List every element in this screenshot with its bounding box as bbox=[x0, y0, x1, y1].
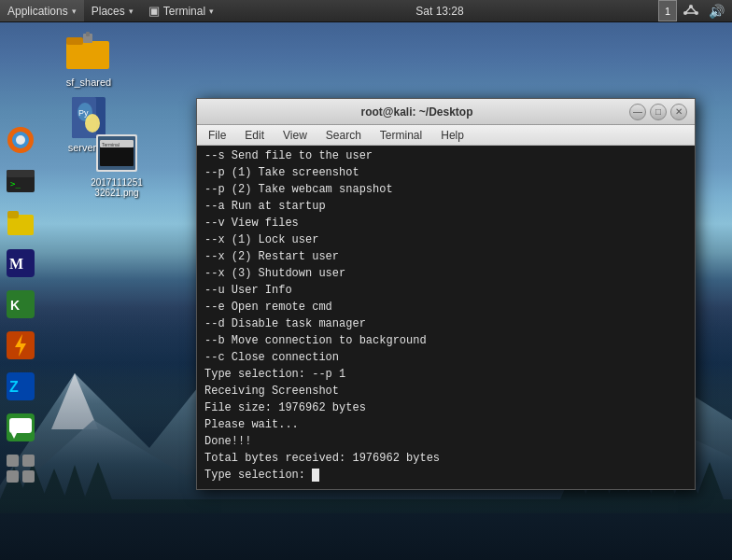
sidebar-icon-burpsuite[interactable] bbox=[2, 327, 39, 364]
sidebar-icon-firefox[interactable] bbox=[2, 121, 39, 159]
places-menu[interactable]: Places ▾ bbox=[84, 0, 141, 21]
svg-marker-10 bbox=[42, 469, 66, 499]
terminal-cursor bbox=[312, 469, 319, 482]
terminal-menubar: File Edit View Search Terminal Help bbox=[197, 125, 695, 146]
svg-rect-62 bbox=[22, 455, 35, 467]
sidebar-icon-zaproxy[interactable]: Z bbox=[2, 368, 39, 405]
volume-icon[interactable]: 🔊 bbox=[705, 0, 728, 21]
terminal-line: --x (2) Restart user bbox=[204, 248, 687, 265]
svg-rect-49 bbox=[7, 211, 19, 218]
svg-rect-63 bbox=[7, 470, 19, 483]
terminal-line: --p (2) Take webcam snapshot bbox=[204, 181, 687, 198]
screenshot-file-icon[interactable]: Terminal 201711125132621.png bbox=[84, 131, 149, 198]
menu-help[interactable]: Help bbox=[433, 128, 472, 143]
terminal-line: --x (3) Shutdown user bbox=[204, 265, 687, 282]
terminal-content[interactable]: --o Open a website--r Receive file from … bbox=[197, 146, 695, 489]
menu-file[interactable]: File bbox=[201, 128, 233, 143]
close-button[interactable]: ✕ bbox=[670, 104, 687, 120]
terminal-line: --c Close connection bbox=[204, 349, 687, 366]
applications-label: Applications bbox=[7, 5, 68, 18]
maximize-button[interactable]: □ bbox=[650, 104, 667, 120]
svg-rect-7 bbox=[0, 499, 732, 560]
svg-rect-28 bbox=[66, 41, 109, 69]
terminal-controls: — □ ✕ bbox=[629, 104, 687, 120]
menu-terminal[interactable]: Terminal bbox=[373, 128, 429, 143]
svg-text:K: K bbox=[10, 298, 20, 313]
terminal-prompt: Type selection: bbox=[204, 469, 312, 482]
screenshot-file-img: Terminal bbox=[94, 131, 139, 175]
terminal-line: Total bytes received: 1976962 bytes bbox=[204, 450, 687, 467]
svg-rect-46 bbox=[7, 170, 35, 177]
svg-text:Py: Py bbox=[78, 108, 89, 118]
sidebar: >_ M K bbox=[2, 121, 39, 487]
terminal-line: Type selection: --p 1 bbox=[204, 366, 687, 383]
terminal-line: --s Send file to the user bbox=[204, 147, 687, 164]
terminal-window: root@kali: ~/Desktop — □ ✕ File Edit Vie… bbox=[196, 98, 696, 490]
terminal-title: root@kali: ~/Desktop bbox=[204, 105, 629, 119]
terminal-prompt-line: Type selection: bbox=[204, 467, 687, 483]
sidebar-icon-files[interactable] bbox=[2, 203, 39, 241]
terminal-titlebar: root@kali: ~/Desktop — □ ✕ bbox=[197, 99, 695, 125]
terminal-line: --v View files bbox=[204, 215, 687, 231]
taskbar-right: 1 🔊 bbox=[658, 0, 732, 21]
terminal-line: --p (1) Take screenshot bbox=[204, 164, 687, 181]
terminal-line: --u User Info bbox=[204, 282, 687, 299]
applications-arrow: ▾ bbox=[72, 7, 77, 16]
network-svg bbox=[683, 4, 699, 19]
svg-rect-61 bbox=[7, 455, 19, 467]
sf-shared-label: sf_shared bbox=[66, 77, 111, 88]
svg-line-25 bbox=[685, 7, 691, 13]
menu-view[interactable]: View bbox=[275, 128, 315, 143]
menu-edit[interactable]: Edit bbox=[237, 128, 272, 143]
places-label: Places bbox=[92, 5, 125, 18]
workspace-indicator[interactable]: 1 bbox=[658, 0, 677, 21]
taskbar-left: Applications ▾ Places ▾ ▣ Terminal ▾ bbox=[0, 0, 221, 21]
terminal-icon: ▣ bbox=[148, 4, 160, 18]
minimize-button[interactable]: — bbox=[629, 104, 646, 120]
desktop: Applications ▾ Places ▾ ▣ Terminal ▾ Sat… bbox=[0, 0, 732, 560]
svg-text:Terminal: Terminal bbox=[102, 142, 120, 147]
svg-text:>_: >_ bbox=[10, 179, 21, 189]
sf-shared-folder-img bbox=[66, 30, 111, 75]
terminal-line: --a Run at startup bbox=[204, 198, 687, 215]
terminal-line: --b Move connection to background bbox=[204, 332, 687, 349]
screenshot-file-label: 201711125132621.png bbox=[91, 177, 143, 198]
taskbar: Applications ▾ Places ▾ ▣ Terminal ▾ Sat… bbox=[0, 0, 732, 22]
terminal-line: --d Disable task manager bbox=[204, 315, 687, 332]
terminal-line: --x (1) Lock user bbox=[204, 231, 687, 248]
svg-marker-12 bbox=[84, 462, 112, 499]
terminal-menu[interactable]: ▣ Terminal ▾ bbox=[141, 0, 221, 21]
svg-text:M: M bbox=[9, 256, 23, 272]
menu-search[interactable]: Search bbox=[318, 128, 369, 143]
svg-rect-59 bbox=[9, 418, 32, 433]
terminal-line: Receiving Screenshot bbox=[204, 383, 687, 399]
terminal-arrow: ▾ bbox=[209, 7, 214, 16]
terminal-line: File size: 1976962 bytes bbox=[204, 399, 687, 416]
svg-rect-64 bbox=[22, 470, 35, 483]
network-icon[interactable] bbox=[679, 0, 703, 21]
sidebar-icon-more[interactable] bbox=[2, 450, 39, 487]
places-arrow: ▾ bbox=[129, 7, 134, 16]
svg-line-26 bbox=[691, 7, 697, 13]
svg-marker-19 bbox=[696, 462, 724, 499]
terminal-line: --e Open remote cmd bbox=[204, 299, 687, 315]
terminal-line: Please wait... bbox=[204, 416, 687, 433]
sidebar-icon-metasploit[interactable]: M bbox=[2, 245, 39, 282]
svg-marker-11 bbox=[63, 465, 86, 499]
svg-rect-20 bbox=[0, 513, 732, 560]
sf-shared-icon[interactable]: sf_shared bbox=[56, 30, 121, 88]
svg-rect-29 bbox=[66, 37, 83, 45]
svg-rect-31 bbox=[86, 32, 90, 36]
sidebar-icon-kali[interactable]: K bbox=[2, 286, 39, 323]
datetime-display: Sat 13:28 bbox=[415, 5, 463, 18]
terminal-line: Done!!! bbox=[204, 433, 687, 450]
terminal-label: Terminal bbox=[163, 5, 205, 18]
sidebar-icon-chat[interactable] bbox=[2, 409, 39, 446]
svg-marker-1 bbox=[51, 373, 98, 429]
svg-point-44 bbox=[16, 135, 25, 145]
applications-menu[interactable]: Applications ▾ bbox=[0, 0, 84, 21]
taskbar-clock: Sat 13:28 bbox=[221, 5, 658, 18]
sidebar-icon-terminal[interactable]: >_ bbox=[2, 162, 39, 200]
workspace-number: 1 bbox=[665, 6, 670, 17]
svg-text:Z: Z bbox=[9, 379, 19, 395]
